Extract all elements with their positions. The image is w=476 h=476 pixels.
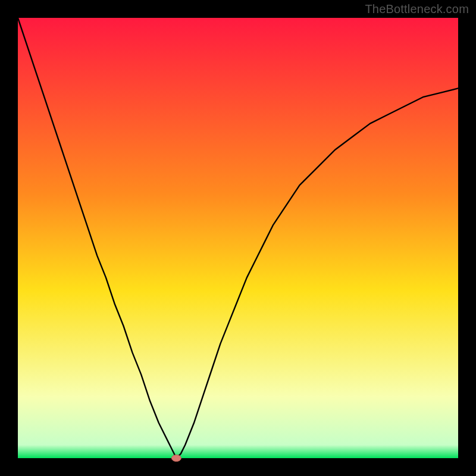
chart-stage: { "watermark": "TheBottleneck.com", "col… (0, 0, 476, 476)
optimum-marker (171, 455, 181, 462)
watermark-text: TheBottleneck.com (365, 2, 469, 16)
bottleneck-chart (0, 0, 476, 476)
plot-background (18, 18, 458, 458)
